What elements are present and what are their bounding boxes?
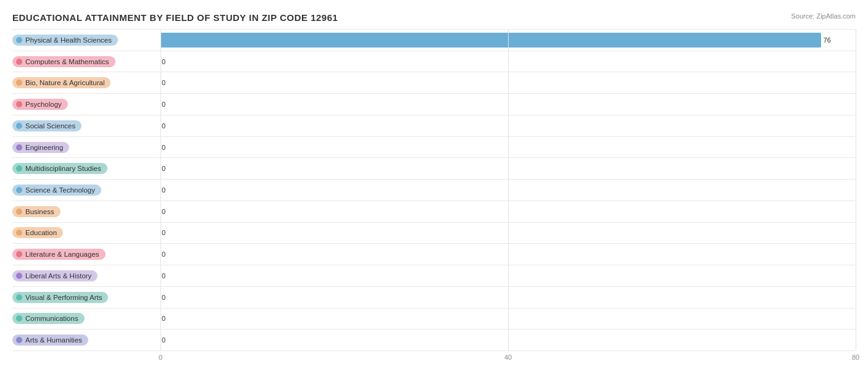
- pill-circle-icon: [16, 59, 22, 65]
- pill-circle-icon: [16, 187, 22, 193]
- grid-line: [508, 287, 509, 308]
- grid-line: [508, 158, 509, 179]
- bar-label: Business: [25, 208, 54, 215]
- grid-line: [856, 72, 856, 93]
- bar-value-label: 0: [162, 186, 165, 194]
- grid-line: [856, 244, 856, 265]
- grid-line: [508, 137, 509, 158]
- grid-line: [508, 265, 509, 286]
- bar-track: 0: [161, 201, 856, 222]
- grid-line: [856, 265, 856, 286]
- bar-label: Social Sciences: [25, 122, 75, 130]
- bar-value-label: 0: [162, 229, 165, 236]
- grid-line: [856, 201, 856, 222]
- grid-line: [161, 309, 161, 330]
- bar-value-label: 0: [162, 315, 165, 322]
- bar-track: 0: [161, 223, 856, 244]
- x-axis-tick: 80: [852, 354, 859, 361]
- bar-label: Liberal Arts & History: [25, 272, 91, 280]
- bar-value-label: 0: [162, 208, 165, 215]
- grid-line: [161, 180, 161, 201]
- grid-line: [161, 287, 161, 308]
- bar-value-label: 0: [162, 79, 165, 86]
- grid-line: [508, 309, 509, 330]
- grid-line: [508, 201, 509, 222]
- bar-value-label: 0: [162, 122, 165, 130]
- grid-line: [856, 51, 856, 72]
- grid-line: [856, 30, 856, 51]
- chart-title: EDUCATIONAL ATTAINMENT BY FIELD OF STUDY…: [12, 12, 856, 23]
- bar-track: 0: [161, 244, 856, 265]
- bar-value-label: 0: [162, 251, 165, 258]
- bar-row: Social Sciences0: [12, 115, 856, 137]
- grid-line: [161, 330, 161, 351]
- grid-line: [856, 137, 856, 158]
- bar-row: Arts & Humanities0: [12, 330, 856, 351]
- bar-value-label: 0: [162, 294, 165, 301]
- grid-line: [508, 115, 509, 136]
- bar-label: Science & Technology: [25, 186, 95, 194]
- grid-line: [856, 94, 856, 115]
- bar-track: 0: [161, 287, 856, 308]
- grid-line: [508, 244, 509, 265]
- bar-label: Computers & Mathematics: [25, 58, 109, 65]
- source-text: Source: ZipAtlas.com: [791, 12, 856, 20]
- bar-value-label: 0: [162, 272, 165, 280]
- grid-line: [856, 330, 856, 351]
- bar-row: Computers & Mathematics0: [12, 51, 856, 73]
- bar-label: Psychology: [25, 101, 62, 108]
- bar-track: 0: [161, 94, 856, 115]
- x-axis: 04080: [161, 351, 856, 363]
- grid-line: [508, 223, 509, 244]
- grid-line: [161, 137, 161, 158]
- pill-circle-icon: [16, 80, 22, 86]
- bar-label: Literature & Languages: [25, 251, 99, 258]
- grid-line: [161, 51, 161, 72]
- pill-circle-icon: [16, 37, 22, 43]
- bar-row: Psychology0: [12, 94, 856, 115]
- bar-track: 0: [161, 180, 856, 201]
- bar-row: Bio, Nature & Agricultural0: [12, 72, 856, 94]
- pill-circle-icon: [16, 209, 22, 215]
- grid-line: [856, 158, 856, 179]
- bar-value-label: 0: [162, 165, 165, 172]
- bars-section: Physical & Health Sciences76Computers & …: [12, 29, 856, 351]
- chart-container: EDUCATIONAL ATTAINMENT BY FIELD OF STUDY…: [0, 0, 868, 390]
- pill-circle-icon: [16, 230, 22, 236]
- grid-line: [161, 223, 161, 244]
- bar-row: Liberal Arts & History0: [12, 265, 856, 287]
- grid-line: [161, 115, 161, 136]
- bar-track: 0: [161, 309, 856, 330]
- bar-fill: [161, 33, 821, 48]
- bar-row: Business0: [12, 201, 856, 223]
- bar-row: Engineering0: [12, 137, 856, 159]
- pill-circle-icon: [16, 165, 22, 172]
- grid-line: [161, 244, 161, 265]
- bar-track: 0: [161, 330, 856, 351]
- grid-line: [856, 309, 856, 330]
- bar-value-label: 0: [162, 336, 165, 344]
- bar-label: Engineering: [25, 144, 63, 151]
- bar-row: Multidisciplinary Studies0: [12, 158, 856, 180]
- grid-line: [161, 72, 161, 93]
- grid-line: [508, 51, 509, 72]
- bar-label: Communications: [25, 315, 78, 322]
- bar-track: 0: [161, 51, 856, 72]
- bar-track: 0: [161, 137, 856, 158]
- x-axis-tick: 40: [504, 354, 512, 361]
- pill-circle-icon: [16, 315, 22, 322]
- x-axis-tick: 0: [159, 354, 162, 361]
- bar-value-label: 76: [824, 36, 831, 44]
- grid-line: [856, 223, 856, 244]
- pill-circle-icon: [16, 337, 22, 343]
- pill-circle-icon: [16, 101, 22, 107]
- bar-row: Visual & Performing Arts0: [12, 287, 856, 309]
- grid-line: [161, 94, 161, 115]
- pill-circle-icon: [16, 251, 22, 257]
- bar-track: 76: [161, 30, 856, 51]
- grid-line: [508, 94, 509, 115]
- grid-line: [856, 287, 856, 308]
- grid-line: [161, 30, 161, 51]
- bar-label: Multidisciplinary Studies: [25, 165, 101, 172]
- bar-value-label: 0: [162, 58, 165, 65]
